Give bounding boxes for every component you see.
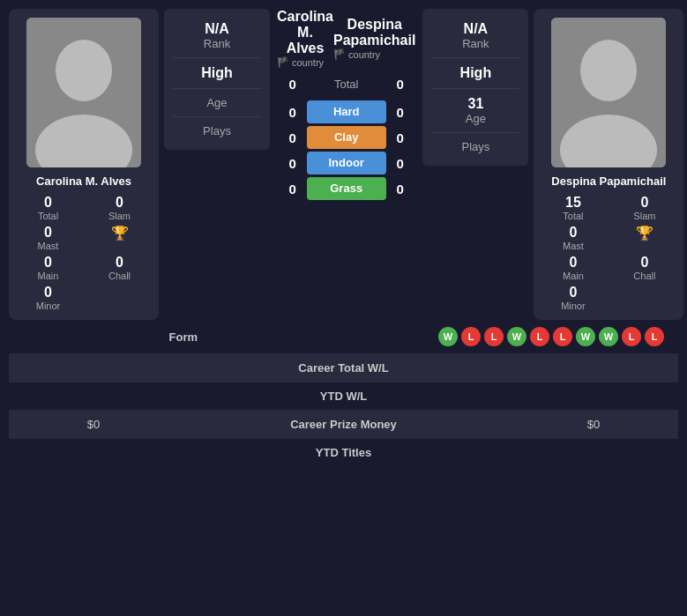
left-trophy-icon: 🏆 [111, 225, 129, 241]
left-chall-value: 0 [116, 255, 123, 271]
total-row: 0 Total 0 [284, 77, 409, 92]
left-total-stat: 0 Total [18, 195, 78, 221]
badge-1: W [438, 327, 458, 346]
right-minor-stat: 0 Minor [542, 285, 603, 311]
center-left-country: 🏴 country [277, 56, 333, 68]
career-wl-label: Career Total W/L [23, 361, 664, 375]
right-player-section: N/A Rank High 31 Age Plays [422, 9, 683, 320]
right-mast-stat: 0 Mast [542, 225, 603, 251]
left-mast-value: 0 [44, 225, 52, 241]
right-main-stat: 0 Main [542, 255, 603, 281]
left-high-value: High [173, 65, 261, 81]
left-stats-grid: 0 Total 0 Slam 0 Mast 🏆 0 [18, 195, 150, 311]
hard-left: 0 [284, 105, 302, 120]
right-country-text: country [348, 49, 380, 60]
grass-row: 0 Grass 0 [277, 177, 415, 200]
right-trophy-icon: 🏆 [636, 225, 653, 241]
indoor-left: 0 [284, 156, 302, 171]
grass-right: 0 [392, 182, 409, 197]
left-side-stats: N/A Rank High Age Plays [164, 9, 270, 150]
prize-label: Career Prize Money [164, 418, 523, 431]
right-chall-value: 0 [640, 255, 648, 271]
left-player-avatar [26, 18, 141, 167]
center-right-name: DespinaPapamichail [333, 17, 415, 48]
grass-left: 0 [284, 182, 302, 197]
center-right-header: DespinaPapamichail 🏴 country [333, 17, 415, 60]
hard-row: 0 Hard 0 [277, 100, 415, 123]
right-minor-value: 0 [569, 285, 577, 301]
right-total-label: Total [563, 211, 583, 221]
left-mast-label: Mast [38, 241, 59, 251]
prize-right: $0 [523, 418, 664, 431]
left-rank-label: Rank [173, 37, 261, 50]
badge-3: L [484, 327, 504, 346]
svg-point-4 [580, 40, 637, 101]
badge-8: W [599, 327, 618, 346]
left-total-value: 0 [44, 195, 52, 211]
left-player-section: Carolina M. Alves 0 Total 0 Slam 0 Mast [9, 9, 270, 320]
right-minor-label: Minor [561, 301, 586, 311]
right-total-stat: 15 Total [542, 195, 603, 221]
left-chall-stat: 0 Chall [89, 255, 150, 281]
indoor-btn: Indoor [307, 152, 386, 174]
left-slam-label: Slam [108, 211, 131, 221]
left-total-label: Total [38, 211, 58, 221]
hard-right: 0 [392, 105, 409, 120]
right-plays-block: Plays [431, 133, 519, 160]
right-player-avatar [551, 18, 666, 167]
right-slam-stat: 0 Slam [614, 195, 675, 221]
clay-right: 0 [392, 130, 409, 145]
prize-row: $0 Career Prize Money $0 [9, 411, 678, 439]
left-country-icon: 🏴 [277, 56, 289, 68]
right-player-name: Despina Papamichail [551, 174, 666, 188]
left-rank-value: N/A [173, 21, 261, 37]
left-plays-label: Plays [173, 124, 261, 137]
ytd-titles-row: YTD Titles [9, 439, 678, 466]
right-age-label: Age [431, 112, 519, 125]
left-minor-stat: 0 Minor [18, 285, 78, 311]
bottom-info-section: Form W L L W L L W W L L Career Total W/… [9, 320, 678, 466]
left-chall-label: Chall [108, 271, 131, 281]
grass-btn: Grass [307, 177, 386, 200]
ytd-wl-label: YTD W/L [23, 390, 664, 403]
badge-6: L [553, 327, 572, 346]
center-right-country: 🏴 country [333, 48, 415, 60]
left-slam-stat: 0 Slam [89, 195, 150, 221]
right-high-value: High [431, 65, 519, 81]
left-player-card: Carolina M. Alves 0 Total 0 Slam 0 Mast [9, 9, 159, 320]
left-plays-block: Plays [173, 117, 261, 145]
right-side-stats: N/A Rank High 31 Age Plays [422, 9, 528, 166]
clay-row: 0 Clay 0 [277, 126, 415, 149]
right-country-icon: 🏴 [333, 48, 346, 60]
left-mast-stat: 0 Mast [18, 225, 78, 251]
right-rank-label: Rank [431, 37, 519, 50]
right-mast-label: Mast [563, 241, 584, 251]
ytd-titles-label: YTD Titles [23, 446, 664, 459]
right-main-value: 0 [569, 255, 577, 271]
indoor-right: 0 [392, 156, 409, 171]
right-age-block: 31 Age [431, 89, 519, 133]
prize-left: $0 [23, 418, 164, 431]
left-rank-block: N/A Rank [173, 14, 261, 58]
left-trophy-stat: 🏆 [89, 225, 150, 251]
right-plays-label: Plays [431, 140, 519, 153]
right-rank-block: N/A Rank [431, 14, 519, 58]
badge-4: W [507, 327, 526, 346]
right-slam-label: Slam [633, 211, 655, 221]
form-label: Form [23, 330, 344, 344]
right-trophy-stat: 🏆 [614, 225, 675, 251]
clay-btn: Clay [307, 126, 386, 149]
right-total-value: 15 [565, 195, 581, 211]
form-badges: W L L W L L W W L L [344, 327, 665, 346]
center-left-name: Carolina M.Alves [277, 9, 333, 56]
right-rank-value: N/A [431, 21, 519, 37]
right-chall-stat: 0 Chall [614, 255, 675, 281]
indoor-row: 0 Indoor 0 [277, 152, 415, 174]
left-minor-label: Minor [36, 301, 61, 311]
hard-btn: Hard [307, 100, 386, 123]
left-age-block: Age [173, 89, 261, 117]
left-main-label: Main [38, 271, 59, 281]
center-area: Carolina M.Alves 🏴 country DespinaPapami… [277, 9, 415, 200]
total-right-score: 0 [392, 77, 409, 92]
career-wl-row: Career Total W/L [9, 354, 678, 382]
